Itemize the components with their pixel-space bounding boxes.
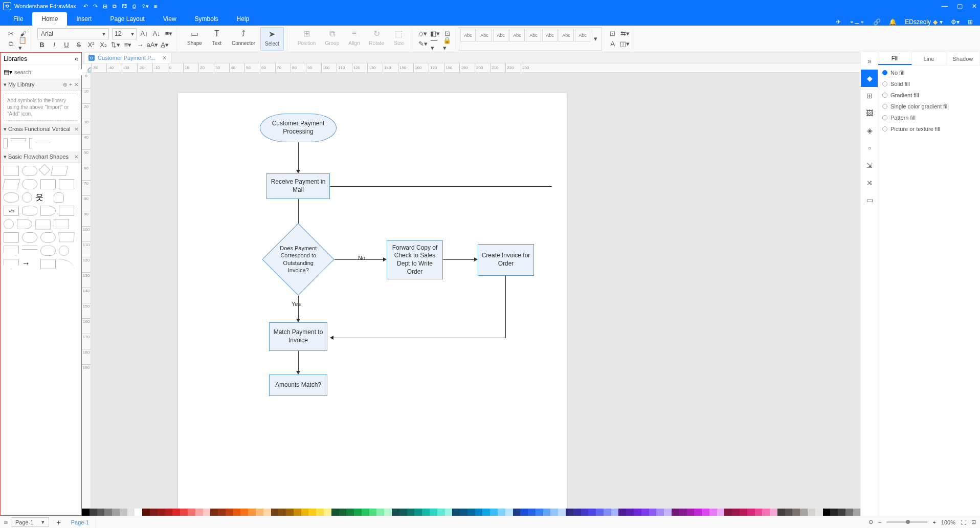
bullets-icon[interactable]: ≡▾ (123, 40, 132, 50)
bold-icon[interactable]: B (37, 40, 47, 50)
color-swatch[interactable] (717, 509, 725, 516)
zoom-in-icon[interactable]: + (932, 519, 936, 525)
color-swatch[interactable] (180, 509, 188, 516)
document-tab[interactable]: D Customer Payment P... ✕ (84, 53, 171, 63)
cf-shape-4[interactable] (35, 138, 51, 143)
zoom-level[interactable]: 100% (941, 519, 955, 525)
color-swatch[interactable] (747, 509, 755, 516)
cf-shape-1[interactable] (4, 138, 8, 148)
color-swatch[interactable] (604, 509, 611, 516)
color-swatch[interactable] (823, 509, 831, 516)
color-swatch[interactable] (520, 509, 528, 516)
color-swatch[interactable] (430, 509, 437, 516)
color-swatch[interactable] (702, 509, 709, 516)
style-7[interactable]: Abc (559, 29, 574, 42)
bf-21[interactable] (4, 232, 19, 243)
color-swatch[interactable] (369, 509, 377, 516)
color-swatch[interactable] (543, 509, 551, 516)
paste-icon[interactable]: 📋▾ (18, 39, 28, 49)
open-icon[interactable]: ⧉ (113, 3, 117, 10)
color-swatch[interactable] (498, 509, 505, 516)
color-swatch[interactable] (566, 509, 573, 516)
increase-font-icon[interactable]: A↑ (140, 29, 149, 38)
color-swatch[interactable] (755, 509, 763, 516)
add-page-icon[interactable]: + (52, 518, 64, 526)
bf-5[interactable] (3, 179, 20, 189)
bf-15[interactable] (40, 206, 56, 216)
color-swatch[interactable] (218, 509, 226, 516)
color-swatch[interactable] (550, 509, 558, 516)
layers-icon[interactable]: ◈ (861, 122, 878, 139)
cf-shape-3[interactable] (29, 138, 32, 148)
export-data-icon[interactable]: ⇲ (861, 157, 878, 174)
shape-button[interactable]: ▭Shape (183, 27, 206, 51)
color-swatch[interactable] (838, 509, 845, 516)
copy-icon[interactable]: ⧉ (6, 39, 15, 49)
color-swatch[interactable] (626, 509, 634, 516)
color-swatch[interactable] (362, 509, 369, 516)
basic-flowchart-header[interactable]: ▾ Basic Flowchart Shapes (4, 153, 69, 160)
style-more-icon[interactable]: ▾ (591, 34, 600, 43)
node-create-invoice[interactable]: Create Invoice for Order (478, 244, 534, 276)
color-swatch[interactable] (437, 509, 445, 516)
import-icon[interactable]: ⊕ (63, 82, 67, 87)
page-tab[interactable]: Page-1 (65, 517, 96, 528)
subscript-icon[interactable]: X₂ (99, 40, 108, 50)
node-decision-correspond[interactable]: Does Payment Correspond to Outstanding I… (262, 223, 334, 295)
bf-12[interactable] (54, 192, 64, 203)
send-icon[interactable]: ✈ (836, 18, 841, 26)
color-swatch[interactable] (248, 509, 256, 516)
bf-27[interactable] (40, 246, 56, 256)
style-1[interactable]: Abc (460, 29, 476, 42)
my-library-header[interactable]: ▾ My Library (4, 81, 34, 88)
color-swatch[interactable] (392, 509, 399, 516)
color-swatch[interactable] (165, 509, 173, 516)
user-menu[interactable]: EDszeoly◆▾ (905, 18, 943, 26)
style-6[interactable]: Abc (542, 29, 558, 42)
color-swatch[interactable] (573, 509, 581, 516)
color-swatch[interactable] (104, 509, 112, 516)
color-swatch[interactable] (777, 509, 785, 516)
color-swatch[interactable] (815, 509, 823, 516)
lock-icon[interactable]: 🔒▾ (443, 39, 452, 49)
color-swatch[interactable] (331, 509, 339, 516)
color-swatch[interactable] (445, 509, 453, 516)
follow-icon[interactable]: ◫▾ (620, 39, 630, 49)
close-icon[interactable]: ✕ (972, 3, 977, 10)
grid-menu-icon[interactable]: ⊞ (968, 18, 973, 26)
theme-icon[interactable]: ⊞ (861, 87, 878, 104)
color-swatch[interactable] (762, 509, 770, 516)
strikethrough-icon[interactable]: S̶ (74, 40, 83, 50)
bf-9[interactable] (4, 192, 19, 203)
style-5[interactable]: Abc (526, 29, 541, 42)
color-swatch[interactable] (256, 509, 263, 516)
fill-tab[interactable]: Fill (878, 52, 912, 65)
link-icon[interactable]: 🔗 (873, 18, 881, 26)
node-match-payment[interactable]: Match Payment to Invoice (269, 322, 327, 351)
save-icon[interactable]: 🖫 (122, 3, 127, 10)
settings-icon[interactable]: ⚙▾ (951, 18, 960, 26)
indent-icon[interactable]: → (136, 40, 145, 50)
shuffle-icon[interactable]: ⤨ (861, 174, 878, 191)
color-swatch[interactable] (505, 509, 513, 516)
color-swatch[interactable] (641, 509, 649, 516)
bf-13[interactable]: Yes (4, 206, 19, 216)
color-swatch[interactable] (800, 509, 808, 516)
tab-help[interactable]: Help (228, 12, 259, 26)
color-swatch[interactable] (195, 509, 203, 516)
color-swatch[interactable] (724, 509, 732, 516)
color-swatch[interactable] (845, 509, 853, 516)
color-swatch[interactable] (536, 509, 543, 516)
fill-opt-pattern[interactable]: Pattern fill (882, 115, 976, 121)
undo-icon[interactable]: ↶ (83, 3, 88, 10)
superscript-icon[interactable]: X² (86, 40, 96, 50)
tab-insert[interactable]: Insert (67, 12, 101, 26)
color-swatch[interactable] (226, 509, 233, 516)
font-selector[interactable]: Arial▾ (37, 28, 109, 39)
color-swatch[interactable] (808, 509, 815, 516)
cf-shape-2[interactable] (11, 138, 26, 141)
color-swatch[interactable] (482, 509, 490, 516)
notification-icon[interactable]: 🔔 (889, 18, 897, 26)
bf-6[interactable] (22, 179, 37, 189)
style-3[interactable]: Abc (493, 29, 508, 42)
